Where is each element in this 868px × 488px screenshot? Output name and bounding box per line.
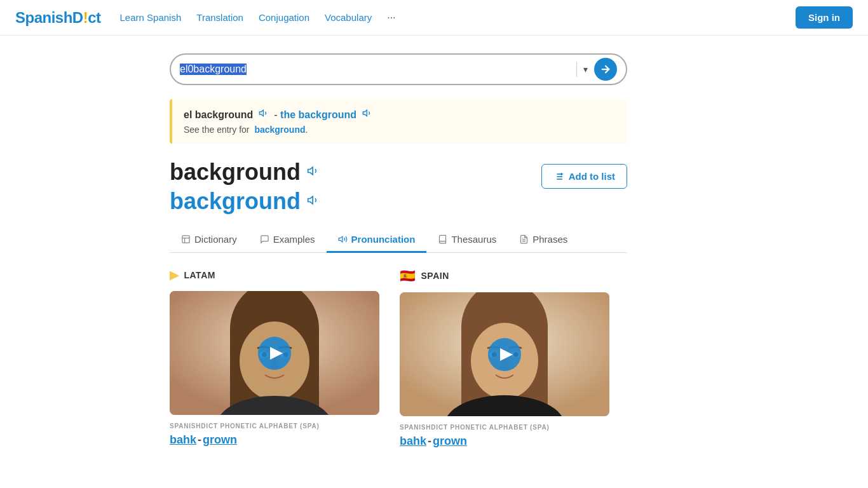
spain-phonetic-dash: - [428,435,431,447]
search-arrow-icon [600,64,611,75]
latam-play-button[interactable] [258,337,291,370]
tab-examples-label: Examples [273,234,315,245]
volume-word-es-icon [307,194,320,207]
site-header: SpanishD!ct Learn Spanish Translation Co… [0,0,868,36]
entry-period: . [306,125,308,135]
search-bar: ▾ [170,53,627,85]
svg-rect-13 [182,236,189,243]
speaker-icon-en[interactable] [362,108,372,118]
search-button[interactable] [594,58,617,81]
dropdown-icon[interactable]: ▾ [583,64,588,74]
dictionary-tab-icon [181,234,191,244]
spain-region-label: SPAIN [421,271,449,281]
add-to-list-icon [553,172,564,182]
word-spanish: background [170,188,301,215]
spain-phonetic-part1[interactable]: bahk [400,435,426,447]
svg-marker-1 [259,110,263,116]
latam-phonetic-dash: - [198,433,201,446]
tab-phrases-label: Phrases [532,234,567,245]
word-spanish-row: background [170,188,320,215]
nav-conjugation[interactable]: Conjugation [252,7,316,28]
svg-marker-16 [339,236,342,242]
latam-phonetic: bahk-grown [170,433,379,447]
search-dropdown-divider [576,62,577,77]
latam-region-label: LATAM [184,270,215,280]
latam-video-thumbnail[interactable] [170,291,379,415]
svg-marker-3 [308,167,313,175]
add-to-list-button[interactable]: Add to list [541,164,627,189]
tabs-bar: Dictionary Examples Pronunciation Thesau… [170,227,627,253]
word-section: background background Add to list [170,159,627,215]
banner-translation-row: el background - the background [184,108,616,121]
latam-region-header: ▶ LATAM [170,268,379,282]
spain-play-button[interactable] [488,338,521,371]
speaker-icon-word-en[interactable] [307,165,320,180]
entry-link[interactable]: background [254,125,305,135]
speaker-icon-word-es[interactable] [307,194,320,209]
latam-phonetic-part2[interactable]: grown [203,433,237,446]
translation-banner: el background - the background See the e… [170,99,627,144]
tab-thesaurus-label: Thesaurus [451,234,496,245]
spain-phonetic: bahk-grown [400,435,609,448]
play-triangle-spain [500,348,513,361]
svg-marker-4 [308,196,313,204]
spain-region-header: 🇪🇸 SPAIN [400,268,609,283]
spain-flag-icon: 🇪🇸 [400,268,416,283]
phrases-tab-icon [519,234,529,244]
pronunciation-content: ▶ LATAM [170,268,627,448]
nav-vocabulary[interactable]: Vocabulary [318,7,378,28]
tab-dictionary-label: Dictionary [194,234,237,245]
banner-dash: - [274,109,280,120]
tab-dictionary[interactable]: Dictionary [170,227,248,253]
spain-spa-label: SPANISHDICT PHONETIC ALPHABET (SPA) [400,424,609,431]
word-english-row: background [170,159,320,186]
volume-icon-es [259,108,269,118]
nav-learn-spanish[interactable]: Learn Spanish [114,7,188,28]
main-content: ▾ el background - the background See the… [154,36,714,466]
spain-video-thumbnail[interactable] [400,292,609,416]
english-translation: the background [280,109,356,120]
sign-in-button[interactable]: Sign in [796,6,853,29]
see-entry-text: See the entry for [184,125,250,135]
nav-more-button[interactable]: ··· [381,7,402,29]
examples-tab-icon [260,234,269,244]
word-english: background [170,159,301,186]
see-entry-row: See the entry for background. [184,125,616,135]
pronunciation-spain-column: 🇪🇸 SPAIN [400,268,609,448]
tab-examples[interactable]: Examples [248,227,327,253]
speaker-icon-es[interactable] [259,108,269,118]
play-triangle-latam [270,347,283,360]
latam-flag-icon: ▶ [170,268,179,282]
main-nav: Learn Spanish Translation Conjugation Vo… [114,7,783,29]
add-to-list-label: Add to list [569,171,615,182]
pronunciation-latam-column: ▶ LATAM [170,268,379,448]
tab-thesaurus[interactable]: Thesaurus [426,227,508,253]
tab-pronunciation[interactable]: Pronunciation [327,227,427,253]
volume-icon-en [362,108,372,118]
spanish-word: el background [184,109,253,120]
nav-translation[interactable]: Translation [190,7,250,28]
site-logo[interactable]: SpanishD!ct [15,9,101,27]
latam-phonetic-part1[interactable]: bahk [170,433,196,446]
word-heading-row: background background Add to list [170,159,627,215]
word-titles: background background [170,159,320,215]
volume-word-en-icon [307,165,320,177]
thesaurus-tab-icon [438,234,447,244]
latam-spa-label: SPANISHDICT PHONETIC ALPHABET (SPA) [170,423,379,430]
spain-phonetic-part2[interactable]: grown [433,435,467,447]
tab-pronunciation-label: Pronunciation [351,234,416,245]
pronunciation-tab-icon [338,234,348,244]
tab-phrases[interactable]: Phrases [508,227,579,253]
search-input[interactable] [180,64,570,75]
svg-marker-2 [363,110,367,116]
